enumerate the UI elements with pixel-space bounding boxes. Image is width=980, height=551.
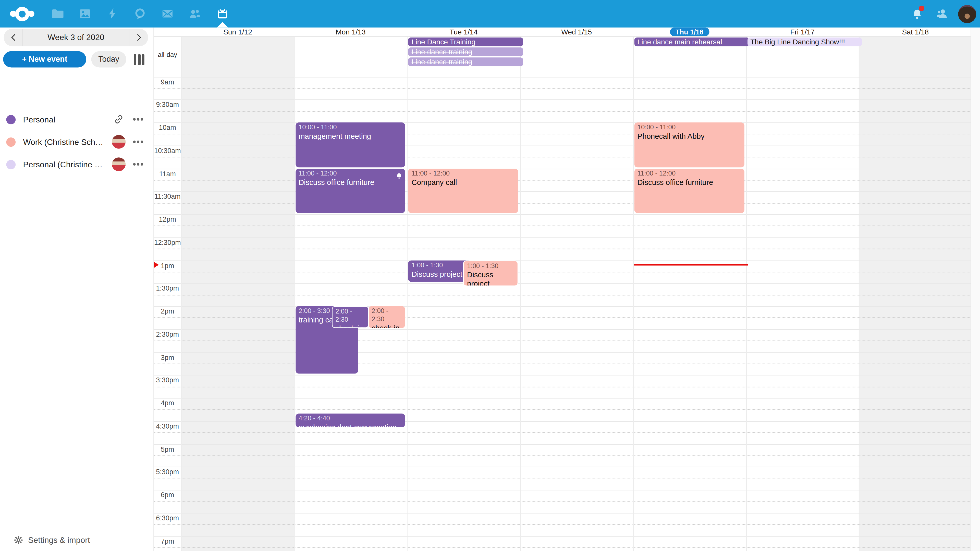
event-block[interactable]: 1:00 - 1:30Discuss project announcement bbox=[463, 260, 518, 286]
app-mail-mail-icon[interactable] bbox=[154, 0, 181, 27]
next-week-button[interactable] bbox=[129, 29, 148, 46]
calendar-color-dot bbox=[6, 114, 16, 124]
event-block[interactable]: 11:00 - 12:00Company call bbox=[408, 168, 518, 213]
notifications-bell-icon[interactable] bbox=[904, 0, 929, 27]
all-day-event-cancelled[interactable]: Line dance training bbox=[408, 57, 523, 66]
calendar-name: Work (Christine Schott) bbox=[23, 137, 107, 147]
scrollbar[interactable] bbox=[970, 27, 980, 551]
user-avatar[interactable] bbox=[958, 5, 976, 23]
calendar-week-view: Sun 1/12Mon 1/13Tue 1/14Wed 1/15Thu 1/16… bbox=[153, 27, 980, 551]
app-files-folder-icon[interactable] bbox=[44, 0, 71, 27]
event-title: Discuss office furniture bbox=[299, 178, 402, 186]
weekend-shading bbox=[181, 72, 294, 551]
event-block[interactable]: 2:00 - 2:30check-in bbox=[369, 306, 405, 328]
week-label[interactable]: Week 3 of 2020 bbox=[22, 29, 129, 46]
event-time: 11:00 - 12:00 bbox=[638, 169, 741, 177]
topbar-right bbox=[904, 0, 977, 27]
event-block[interactable]: 10:00 - 11:00management meeting bbox=[296, 122, 405, 167]
event-time: 4:20 - 4:40 bbox=[299, 414, 402, 422]
quarter-hour-line bbox=[154, 180, 971, 180]
all-day-event[interactable]: The Big Line Dancing Show!!! bbox=[747, 38, 862, 46]
time-label: 1:30pm bbox=[154, 284, 181, 292]
day-header-sun: Sun 1/12 bbox=[181, 27, 294, 36]
all-day-event[interactable]: Line Dance Training bbox=[408, 38, 523, 46]
app-navigation bbox=[44, 0, 236, 27]
nextcloud-logo-icon[interactable] bbox=[0, 0, 44, 27]
calendar-list-item[interactable]: Personal bbox=[0, 108, 153, 130]
all-day-event-cancelled[interactable]: Line dance training bbox=[408, 48, 523, 56]
calendar-name: Personal bbox=[23, 114, 107, 124]
weekend-shading bbox=[859, 72, 971, 551]
quarter-hour-line bbox=[154, 226, 971, 226]
quarter-hour-line bbox=[154, 501, 971, 502]
action-buttons: + New event Today bbox=[3, 51, 148, 68]
more-options-icon[interactable] bbox=[132, 141, 145, 143]
time-label: 2:30pm bbox=[154, 330, 181, 338]
more-options-icon[interactable] bbox=[132, 163, 145, 165]
weekend-shading bbox=[859, 36, 971, 72]
calendar-color-dot bbox=[6, 160, 16, 169]
column-divider bbox=[520, 72, 520, 551]
time-label: 2pm bbox=[154, 307, 181, 315]
event-time: 2:00 - 2:30 bbox=[372, 306, 402, 323]
time-label: 9:30am bbox=[154, 101, 181, 108]
time-label: 3pm bbox=[154, 353, 181, 361]
day-header-row: Sun 1/12Mon 1/13Tue 1/14Wed 1/15Thu 1/16… bbox=[154, 27, 971, 37]
owner-avatar bbox=[112, 135, 126, 149]
quarter-hour-line bbox=[154, 88, 971, 89]
column-divider bbox=[294, 36, 295, 72]
half-hour-line bbox=[154, 352, 971, 353]
column-divider bbox=[294, 72, 295, 551]
new-event-button[interactable]: + New event bbox=[3, 51, 86, 68]
previous-week-button[interactable] bbox=[4, 29, 22, 46]
app-talk-talk-icon[interactable] bbox=[126, 0, 154, 27]
half-hour-line bbox=[154, 467, 971, 467]
time-label: 6pm bbox=[154, 491, 181, 499]
share-link-icon[interactable] bbox=[114, 114, 124, 124]
owner-avatar bbox=[112, 157, 126, 171]
time-label: 4:30pm bbox=[154, 422, 181, 430]
column-divider bbox=[181, 72, 182, 551]
column-divider bbox=[633, 36, 633, 72]
event-block[interactable]: 11:00 - 12:00Discuss office furniture bbox=[634, 168, 744, 213]
more-options-icon[interactable] bbox=[132, 118, 145, 121]
event-block[interactable]: 10:00 - 11:00Phonecall with Abby bbox=[634, 122, 744, 167]
event-title: Company call bbox=[411, 178, 515, 186]
column-divider bbox=[746, 72, 746, 551]
event-block[interactable]: 2:00 - 2:30check-in bbox=[332, 306, 369, 328]
app-contacts-contacts-icon[interactable] bbox=[181, 0, 209, 27]
time-label: 10am bbox=[154, 124, 181, 131]
calendar-list-item[interactable]: Personal (Christine Schott) bbox=[0, 153, 153, 176]
app-activity-lightning-icon[interactable] bbox=[99, 0, 126, 27]
event-block[interactable]: 1:00 - 1:30Discuss project announcement bbox=[408, 260, 471, 282]
quarter-hour-line bbox=[154, 249, 971, 249]
calendar-list-item[interactable]: Work (Christine Schott) bbox=[0, 130, 153, 153]
calendar-list: PersonalWork (Christine Schott)Personal … bbox=[0, 108, 153, 176]
settings-import-label: Settings & import bbox=[28, 535, 90, 545]
calendar-color-dot bbox=[6, 137, 16, 147]
view-switcher-icon[interactable] bbox=[134, 54, 145, 65]
quarter-hour-line bbox=[154, 386, 971, 387]
column-divider bbox=[859, 72, 859, 551]
event-title: Discuss office furniture bbox=[638, 178, 741, 186]
day-header-fri: Fri 1/17 bbox=[746, 27, 859, 36]
settings-import-button[interactable]: Settings & import bbox=[0, 531, 153, 549]
event-block[interactable]: 4:20 - 4:40purchasing dept conversation bbox=[296, 413, 405, 427]
notification-dot bbox=[919, 6, 924, 11]
half-hour-line bbox=[154, 100, 971, 100]
event-block[interactable]: 11:00 - 12:00Discuss office furniture bbox=[296, 168, 405, 213]
today-button[interactable]: Today bbox=[91, 51, 126, 68]
contacts-menu-icon[interactable] bbox=[929, 0, 955, 27]
quarter-hour-line bbox=[154, 410, 971, 410]
all-day-event[interactable]: Line dance main rehearsal bbox=[634, 38, 749, 46]
event-time: 10:00 - 11:00 bbox=[638, 123, 741, 131]
all-day-label: all-day bbox=[154, 36, 181, 72]
half-hour-line bbox=[154, 214, 971, 215]
half-hour-line bbox=[154, 76, 971, 77]
app-photos-photos-icon[interactable] bbox=[71, 0, 99, 27]
event-title: purchasing dept conversation bbox=[299, 423, 402, 427]
quarter-hour-line bbox=[154, 134, 971, 135]
app-calendar-calendar-icon[interactable] bbox=[209, 0, 236, 27]
time-label: 7pm bbox=[154, 537, 181, 545]
today-pill: Thu 1/16 bbox=[670, 27, 709, 36]
